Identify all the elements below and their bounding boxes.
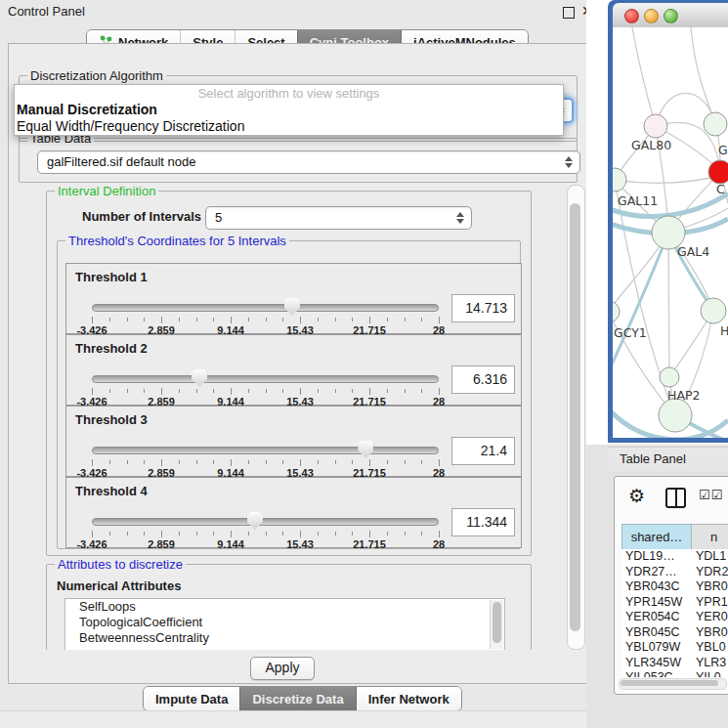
float-window-icon[interactable] [563,7,575,19]
node-gal11 [613,168,626,192]
table-data-group: Table Data galFiltered.sif default node [19,138,578,183]
node-label: GAL11 [618,193,658,208]
threshold-box: Threshold 4 -3.426 2.859 9.144 15.43 21.… [65,477,522,548]
slider-thumb[interactable] [358,441,373,458]
network-nodes[interactable] [613,112,728,432]
threshold-box: Threshold 3 -3.426 2.859 9.144 15.43 21.… [65,406,522,477]
threshold-value-field[interactable]: 14.713 [451,294,515,322]
number-of-intervals-label: Number of Intervals [82,209,201,224]
zoom-traffic-light-icon[interactable] [664,9,678,23]
list-item[interactable]: TopologicalCoefficient [65,615,504,630]
dropdown-option-equal-width[interactable]: Equal Width/Frequency Discretization [15,118,563,135]
threshold-box: Threshold 2 -3.426 2.859 9.144 15.43 21.… [65,334,522,406]
table-panel-title: Table Panel [620,451,686,466]
select-columns-checkboxes-icon[interactable]: ☑☑ [699,488,723,502]
threshold-value-field[interactable]: 21.4 [451,437,515,465]
node-hap2 [660,367,679,387]
node-h [701,298,726,323]
table-row[interactable]: YLR345WYLR3 [621,656,728,671]
tab-impute-data[interactable]: Impute Data [144,687,239,710]
slider-thumb[interactable] [192,369,207,387]
node-label: GAL4 [677,244,709,259]
list-item[interactable]: SelfLoops [65,599,504,615]
table-row[interactable]: YBR045CYBR0 [621,625,728,641]
control-panel-titlebar: Control Panel ✕ [0,0,594,23]
thresholds-title: Threshold's Coordinates for 5 Intervals [65,234,289,248]
threshold-box: Threshold 1 -3.426 2.859 9.144 15.43 21.… [65,263,522,334]
list-item[interactable]: BetweennessCentrality [65,630,504,646]
screen: Control Panel ✕ Network Style Select Cyn… [0,0,728,728]
node-selected-red [708,160,728,184]
threshold-label: Threshold 3 [75,412,148,427]
slider-track[interactable] [92,518,439,526]
interval-definition-title: Interval Definition [55,184,158,198]
node-label: GAL80 [631,138,671,152]
table-row[interactable]: YDL19…YDL1 [621,549,728,565]
discretization-algorithm-title: Discretization Algorithm [27,68,166,83]
node-label: C [716,182,725,196]
settings-gear-icon[interactable]: ⚙ [628,485,645,507]
column-header-name[interactable]: n [691,524,728,550]
node-bottom [659,399,692,432]
table-row[interactable]: YDR27…YDR2 [621,565,728,580]
table-row[interactable]: YPR145WYPR1 [621,595,728,611]
panel-scrollbar[interactable] [567,185,585,650]
threshold-slider[interactable]: -3.426 2.859 9.144 15.43 21.715 28 [92,440,439,475]
combo-arrows-icon [565,156,573,168]
attributes-title: Attributes to discretize [55,557,186,572]
apply-button[interactable]: Apply [250,657,315,680]
thresholds-group: Threshold's Coordinates for 5 Intervals … [57,240,521,549]
numerical-attributes-list[interactable]: SelfLoops TopologicalCoefficient Between… [64,598,505,650]
tab-infer-network[interactable]: Infer Network [356,687,461,710]
threshold-slider[interactable]: -3.426 2.859 9.144 15.43 21.715 28 [92,511,439,546]
close-traffic-light-icon[interactable] [624,9,639,23]
slider-tick-labels: -3.426 2.859 9.144 15.43 21.715 28 [92,538,439,550]
settings-scrollpane: Interval Definition Number of Intervals … [10,183,565,650]
panel-title: Control Panel [8,4,85,19]
list-scrollbar[interactable] [490,600,503,649]
network-canvas[interactable]: GAL80 GA C GAL11 GAL4 GCY1 H HAP2 [613,27,728,438]
slider-thumb[interactable] [247,512,263,530]
node-label: GA [718,143,728,157]
numerical-attributes-label: Numerical Attributes [57,578,181,593]
tab-discretize-data[interactable]: Discretize Data [239,687,355,710]
table-row[interactable]: YIL053CYIL0 [621,670,728,677]
dropdown-option-manual[interactable]: Manual Discretization [15,102,563,118]
network-window-titlebar[interactable] [613,3,728,28]
threshold-value-field[interactable]: 6.316 [451,365,515,394]
table-data-value: galFiltered.sif default node [47,154,195,169]
cyni-toolbox-panel: Discretization Algorithm Table Data galF… [8,43,588,684]
slider-track[interactable] [92,447,439,454]
threshold-value-field[interactable]: 11.344 [451,508,515,536]
slider-thumb[interactable] [284,298,300,316]
table-rows[interactable]: YDL19…YDL1 YDR27…YDR2 YBR043CYBR0 YPR145… [621,549,728,677]
dropdown-hint: Select algorithm to view settings [15,85,563,102]
threshold-label: Threshold 2 [75,341,148,356]
slider-track[interactable] [92,304,439,312]
slider-ticks [92,317,439,324]
node-label: HAP2 [667,388,700,403]
algorithm-dropdown-popup: Select algorithm to view settings Manual… [14,84,564,136]
number-of-intervals-combobox[interactable]: 5 [205,206,472,230]
combo-arrows-icon [456,212,464,224]
table-row[interactable]: YBR043CYBR0 [621,579,728,595]
table-data-combobox[interactable]: galFiltered.sif default node [37,150,580,174]
table-panel-window: ⚙ ☑☑ shared… n YDL19…YDL1 YDR27…YDR2 YBR… [614,476,728,695]
node-ga [704,112,727,136]
node-gal80 [644,114,667,138]
panel-scrollbar-thumb[interactable] [570,203,580,631]
number-of-intervals-value: 5 [215,210,222,225]
table-row[interactable]: YER054CYER0 [621,610,728,625]
split-columns-icon[interactable] [665,488,686,508]
attributes-group: Attributes to discretize Numerical Attri… [46,564,532,650]
table-toolbar: ⚙ ☑☑ [615,477,728,518]
node-label: H [720,323,728,338]
threshold-slider[interactable]: -3.426 2.859 9.144 15.43 21.715 28 [92,368,439,404]
column-header-shared-name[interactable]: shared… [621,524,692,550]
table-row[interactable]: YBL079WYBL0 [621,640,728,656]
table-horizontal-scrollbar[interactable] [619,678,727,690]
slider-ticks [92,459,439,467]
threshold-slider[interactable]: -3.426 2.859 9.144 15.43 21.715 28 [92,297,439,332]
minimize-traffic-light-icon[interactable] [644,9,659,23]
slider-track[interactable] [92,375,439,383]
